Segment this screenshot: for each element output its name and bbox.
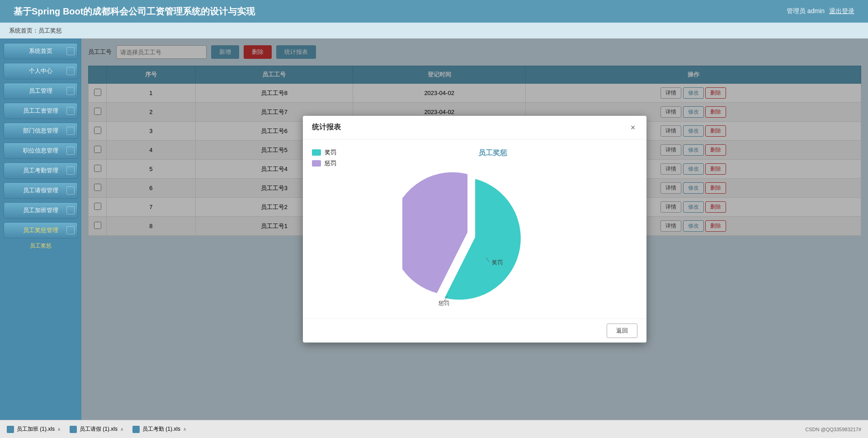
modal-close-button[interactable]: ×	[628, 123, 637, 132]
modal-body: 奖罚 惩罚 员工奖惩	[303, 139, 646, 319]
sidebar-item-leave[interactable]: 员工请假管理	[4, 182, 78, 199]
file-icon-0	[7, 426, 14, 433]
sidebar-item-employee[interactable]: 员工管理	[4, 83, 78, 99]
footer-label-1: 员工请假 (1).xls	[80, 425, 118, 433]
chart-area: 奖罚 惩罚 员工奖惩	[312, 148, 637, 309]
footer-arrow-2: ∧	[183, 427, 186, 432]
pie-label-punishment: 惩罚	[438, 300, 449, 306]
breadcrumb-separator: ：	[33, 27, 38, 35]
sidebar-item-home[interactable]: 系统首页	[4, 43, 78, 59]
legend-color-reward	[312, 149, 321, 156]
breadcrumb-home[interactable]: 系统首页	[9, 27, 33, 35]
footer-item-1[interactable]: 员工请假 (1).xls ∧	[70, 425, 123, 433]
breadcrumb: 系统首页 ： 员工奖惩	[0, 23, 868, 38]
sidebar-item-attendance[interactable]: 员工考勤管理	[4, 162, 78, 179]
footer-label-0: 员工加班 (1).xls	[17, 425, 55, 433]
modal-header: 统计报表 ×	[303, 116, 646, 139]
header: 基于Spring Boot的成都科会公司工资管理系统的设计与实现 管理员 adm…	[0, 0, 868, 23]
sidebar-item-rewards[interactable]: 员工奖惩管理	[4, 222, 78, 238]
sidebar-item-salary[interactable]: 员工工资管理	[4, 103, 78, 119]
file-icon-1	[70, 426, 77, 433]
pie-chart: 奖罚 惩罚	[402, 165, 547, 309]
sidebar: 系统首页 个人中心 员工管理 员工工资管理 部门信息管理 职位信息管理 员工考勤…	[0, 38, 81, 420]
modal: 统计报表 × 奖罚	[303, 116, 646, 343]
modal-footer: 返回	[303, 319, 646, 343]
header-right: 管理员 admin 退出登录	[787, 7, 854, 15]
logout-link[interactable]: 退出登录	[829, 7, 854, 15]
file-icon-2	[132, 426, 140, 433]
sidebar-item-personal[interactable]: 个人中心	[4, 63, 78, 79]
legend-item-reward: 奖罚	[312, 148, 336, 157]
pie-label-reward: 奖罚	[492, 259, 503, 266]
footer-arrow-1: ∧	[120, 427, 123, 432]
footer-right-text: CSDN @QQ335983217#	[805, 427, 861, 432]
modal-overlay: 统计报表 × 奖罚	[81, 38, 868, 420]
sidebar-item-position[interactable]: 职位信息管理	[4, 143, 78, 159]
sidebar-active-label: 员工奖惩	[4, 242, 78, 250]
footer-bar: 员工加班 (1).xls ∧ 员工请假 (1).xls ∧ 员工考勤 (1).x…	[0, 420, 868, 438]
footer-label-2: 员工考勤 (1).xls	[142, 425, 180, 433]
footer-item-0[interactable]: 员工加班 (1).xls ∧	[7, 425, 61, 433]
footer-arrow-0: ∧	[57, 427, 61, 432]
footer-item-2[interactable]: 员工考勤 (1).xls ∧	[132, 425, 186, 433]
sidebar-item-dept[interactable]: 部门信息管理	[4, 123, 78, 139]
header-title: 基于Spring Boot的成都科会公司工资管理系统的设计与实现	[14, 5, 255, 18]
admin-label: 管理员 admin	[787, 7, 825, 15]
sidebar-item-overtime[interactable]: 员工加班管理	[4, 202, 78, 219]
chart-title: 员工奖惩	[348, 148, 637, 158]
return-button[interactable]: 返回	[607, 324, 637, 338]
breadcrumb-current: 员工奖惩	[38, 27, 62, 35]
legend-label-reward: 奖罚	[325, 148, 336, 157]
modal-title: 统计报表	[312, 123, 341, 132]
main-content: 员工工号 新增 删除 统计报表 序号 员工工号 登记时间 操作 1 员工工号8	[81, 38, 868, 420]
chart-wrapper: 奖罚 惩罚	[312, 165, 637, 309]
